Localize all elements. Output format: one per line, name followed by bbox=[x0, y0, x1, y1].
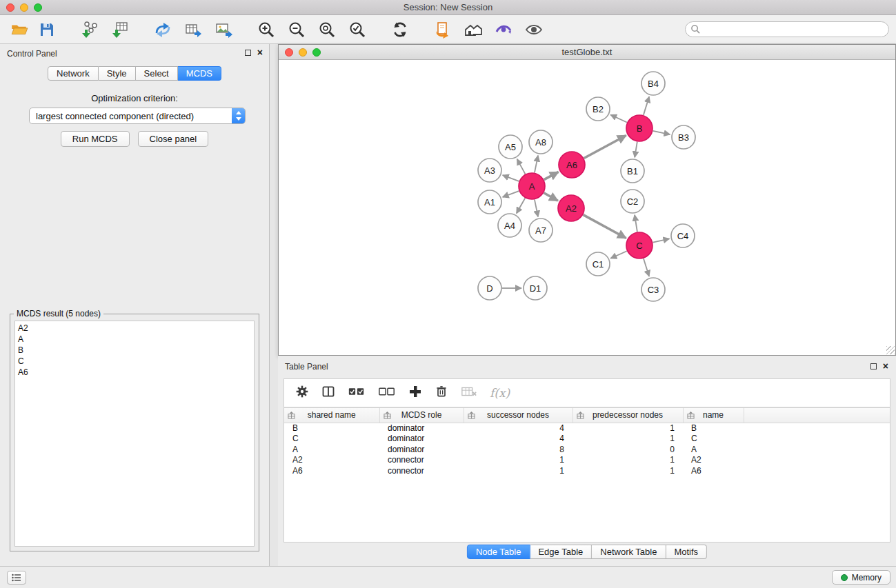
tab-style[interactable]: Style bbox=[99, 66, 136, 81]
network-graph[interactable]: B4B2BB3A5A8A6B1A3AC2A1A2A4A7C1CC4C3DD1 bbox=[279, 60, 895, 355]
table-row[interactable]: Cdominator41C bbox=[284, 434, 890, 445]
table-cell[interactable]: 1 bbox=[573, 423, 683, 434]
graph-node-D1[interactable]: D1 bbox=[524, 276, 547, 300]
graph-edge-B-B1[interactable] bbox=[635, 142, 637, 158]
column-header-predecessor-nodes[interactable]: predecessor nodes bbox=[573, 408, 683, 423]
table-cell[interactable]: A6 bbox=[683, 465, 744, 476]
zoom-window-button[interactable] bbox=[34, 3, 42, 12]
graph-edge-C-C2[interactable] bbox=[635, 215, 637, 232]
graph-edge-A-A7[interactable] bbox=[535, 200, 538, 217]
table-cell[interactable]: A bbox=[284, 444, 379, 455]
table-cell[interactable]: A bbox=[683, 444, 744, 455]
float-panel-icon[interactable] bbox=[245, 50, 251, 56]
graph-node-B3[interactable]: B3 bbox=[672, 125, 695, 149]
table-cell[interactable]: 1 bbox=[573, 455, 683, 466]
zoom-selected-button[interactable] bbox=[346, 19, 368, 41]
table-cell[interactable]: dominator bbox=[379, 434, 464, 445]
network-window-titlebar[interactable]: testGlobe.txt bbox=[279, 45, 895, 60]
graph-node-C3[interactable]: C3 bbox=[641, 278, 665, 301]
graph-edge-B-B4[interactable] bbox=[644, 97, 649, 115]
close-window-button[interactable] bbox=[6, 3, 14, 12]
column-header-shared-name[interactable]: shared name bbox=[284, 408, 379, 423]
column-header-successor-nodes[interactable]: successor nodes bbox=[464, 408, 573, 423]
tab-mcds[interactable]: MCDS bbox=[178, 66, 221, 81]
apply-layout-button[interactable] bbox=[389, 19, 411, 41]
graph-node-A8[interactable]: A8 bbox=[529, 130, 552, 154]
graph-node-A6[interactable]: A6 bbox=[559, 152, 585, 178]
graph-edge-A-A6[interactable] bbox=[544, 172, 559, 179]
graph-node-C2[interactable]: C2 bbox=[621, 190, 644, 213]
table-cell[interactable]: connector bbox=[379, 465, 464, 476]
table-cell[interactable]: 1 bbox=[573, 465, 683, 476]
table-cell[interactable]: 4 bbox=[464, 434, 573, 445]
table-row[interactable]: A6connector11A6 bbox=[284, 465, 890, 476]
export-image-button[interactable] bbox=[212, 19, 235, 41]
graph-edge-C-C1[interactable] bbox=[610, 251, 627, 258]
graph-node-B4[interactable]: B4 bbox=[641, 72, 665, 95]
add-column-button[interactable] bbox=[408, 385, 422, 401]
zoom-out-button[interactable] bbox=[286, 19, 308, 41]
tab-network-table[interactable]: Network Table bbox=[592, 545, 666, 559]
graph-node-C1[interactable]: C1 bbox=[586, 252, 610, 276]
tab-motifs[interactable]: Motifs bbox=[666, 545, 707, 559]
graph-node-A[interactable]: A bbox=[519, 173, 545, 199]
graph-edge-B-B2[interactable] bbox=[610, 114, 627, 122]
home-button[interactable] bbox=[462, 19, 484, 41]
mcds-result-item[interactable]: A2 bbox=[18, 323, 251, 334]
search-input[interactable] bbox=[685, 21, 889, 37]
table-row[interactable]: Bdominator41B bbox=[284, 423, 890, 434]
function-builder-button[interactable]: f(x) bbox=[490, 386, 510, 400]
delete-column-button[interactable] bbox=[435, 385, 448, 401]
zoom-network-button[interactable] bbox=[312, 48, 321, 57]
network-canvas[interactable]: B4B2BB3A5A8A6B1A3AC2A1A2A4A7C1CC4C3DD1 bbox=[279, 60, 895, 355]
graph-edge-A-A8[interactable] bbox=[535, 156, 538, 173]
graph-edge-A-A4[interactable] bbox=[517, 198, 525, 213]
graph-node-C4[interactable]: C4 bbox=[671, 224, 695, 247]
deselect-all-button[interactable] bbox=[378, 385, 396, 401]
mcds-result-list[interactable]: A2ABCA6 bbox=[14, 321, 255, 547]
graph-node-B2[interactable]: B2 bbox=[586, 97, 610, 121]
run-mcds-button[interactable]: Run MCDS bbox=[61, 131, 130, 147]
save-session-button[interactable] bbox=[36, 19, 58, 41]
tab-node-table[interactable]: Node Table bbox=[467, 545, 530, 559]
graph-edge-A2-C[interactable] bbox=[584, 215, 626, 239]
select-all-button[interactable] bbox=[348, 385, 366, 401]
graph-edge-A-A2[interactable] bbox=[544, 193, 557, 201]
table-cell[interactable]: A2 bbox=[284, 455, 379, 466]
table-row[interactable]: Adominator80A bbox=[284, 444, 890, 455]
table-settings-button[interactable] bbox=[295, 385, 309, 401]
show-hide-button[interactable] bbox=[523, 19, 545, 41]
table-cell[interactable]: C bbox=[284, 434, 379, 445]
graph-edge-A-A3[interactable] bbox=[503, 175, 519, 181]
table-cell[interactable]: 8 bbox=[464, 444, 573, 455]
zoom-fit-button[interactable] bbox=[316, 19, 338, 41]
graph-node-A7[interactable]: A7 bbox=[529, 219, 552, 242]
graph-node-C[interactable]: C bbox=[626, 232, 653, 258]
graph-node-D[interactable]: D bbox=[478, 276, 501, 300]
close-panel-icon[interactable]: × bbox=[883, 361, 888, 372]
column-header-name[interactable]: name bbox=[683, 408, 744, 423]
mcds-result-item[interactable]: A bbox=[18, 334, 251, 345]
graph-node-A4[interactable]: A4 bbox=[498, 214, 521, 237]
close-panel-button[interactable]: Close panel bbox=[138, 131, 209, 147]
table-cell[interactable]: 0 bbox=[573, 444, 683, 455]
tab-network[interactable]: Network bbox=[48, 66, 99, 81]
mcds-result-item[interactable]: B bbox=[18, 345, 251, 356]
import-file-button[interactable] bbox=[432, 19, 454, 41]
minimize-network-button[interactable] bbox=[299, 48, 307, 57]
resize-grip[interactable] bbox=[886, 346, 895, 354]
graph-node-A1[interactable]: A1 bbox=[478, 190, 501, 214]
minimize-window-button[interactable] bbox=[20, 3, 28, 12]
close-panel-icon[interactable]: × bbox=[257, 47, 263, 58]
table-cell[interactable]: connector bbox=[379, 455, 464, 466]
close-network-button[interactable] bbox=[285, 48, 293, 57]
table-cell[interactable]: dominator bbox=[379, 423, 464, 434]
graph-edge-A6-B[interactable] bbox=[584, 135, 626, 158]
tab-edge-table[interactable]: Edge Table bbox=[530, 545, 592, 559]
table-cell[interactable]: 1 bbox=[573, 434, 683, 445]
table-cell[interactable]: B bbox=[683, 423, 744, 434]
graph-node-A3[interactable]: A3 bbox=[478, 159, 501, 182]
table-cell[interactable]: 4 bbox=[464, 423, 573, 434]
import-table-file-button[interactable] bbox=[109, 19, 131, 41]
task-history-button[interactable] bbox=[7, 571, 26, 585]
